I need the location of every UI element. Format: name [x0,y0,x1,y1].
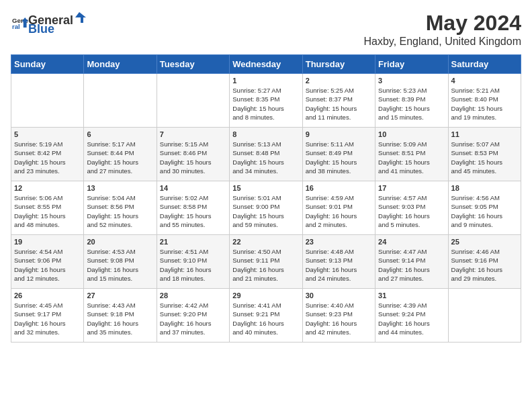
header: Gene ral General Blue May 2024 Haxby, En… [11,11,521,48]
calendar-cell: 4Sunrise: 5:21 AMSunset: 8:40 PMDaylight… [448,74,521,128]
month-title: May 2024 [363,11,521,36]
day-number: 9 [306,130,372,138]
calendar-cell [84,74,157,128]
calendar-cell: 6Sunrise: 5:17 AMSunset: 8:44 PMDaylight… [84,128,157,181]
day-number: 19 [14,238,81,246]
calendar-cell: 24Sunrise: 4:47 AMSunset: 9:14 PMDayligh… [375,235,448,289]
day-number: 6 [87,130,153,138]
day-info: Sunrise: 4:40 AMSunset: 9:23 PMDaylight:… [306,301,372,336]
weekday-header-saturday: Saturday [448,55,521,74]
day-info: Sunrise: 5:09 AMSunset: 8:51 PMDaylight:… [378,140,445,175]
location-title: Haxby, England, United Kingdom [363,36,521,48]
day-info: Sunrise: 4:56 AMSunset: 9:05 PMDaylight:… [451,193,518,229]
calendar-cell: 1Sunrise: 5:27 AMSunset: 8:35 PMDaylight… [230,74,302,128]
weekday-header-thursday: Thursday [302,55,375,74]
day-info: Sunrise: 4:47 AMSunset: 9:14 PMDaylight:… [378,247,445,283]
calendar-cell: 8Sunrise: 5:13 AMSunset: 8:48 PMDaylight… [230,128,302,181]
calendar-cell: 29Sunrise: 4:41 AMSunset: 9:21 PMDayligh… [230,289,302,342]
calendar-cell: 9Sunrise: 5:11 AMSunset: 8:49 PMDaylight… [302,128,375,181]
day-info: Sunrise: 4:46 AMSunset: 9:16 PMDaylight:… [451,247,518,283]
day-info: Sunrise: 5:15 AMSunset: 8:46 PMDaylight:… [160,140,226,175]
calendar-cell: 11Sunrise: 5:07 AMSunset: 8:53 PMDayligh… [448,128,521,181]
calendar-cell: 2Sunrise: 5:25 AMSunset: 8:37 PMDaylight… [302,74,375,128]
calendar-cell: 13Sunrise: 5:04 AMSunset: 8:56 PMDayligh… [84,181,157,235]
calendar-cell: 30Sunrise: 4:40 AMSunset: 9:23 PMDayligh… [302,289,375,342]
weekday-header-friday: Friday [375,55,448,74]
week-row-1: 1Sunrise: 5:27 AMSunset: 8:35 PMDaylight… [11,74,521,128]
day-info: Sunrise: 5:17 AMSunset: 8:44 PMDaylight:… [87,140,153,175]
calendar-cell: 27Sunrise: 4:43 AMSunset: 9:18 PMDayligh… [84,289,157,342]
day-info: Sunrise: 5:11 AMSunset: 8:49 PMDaylight:… [306,140,372,175]
calendar-cell: 19Sunrise: 4:54 AMSunset: 9:06 PMDayligh… [11,235,84,289]
week-row-5: 26Sunrise: 4:45 AMSunset: 9:17 PMDayligh… [11,289,521,342]
title-area: May 2024 Haxby, England, United Kingdom [363,11,521,48]
day-number: 5 [14,130,81,138]
calendar-cell: 12Sunrise: 5:06 AMSunset: 8:55 PMDayligh… [11,181,84,235]
logo-icon: Gene ral [12,15,28,32]
day-number: 13 [87,184,153,192]
day-info: Sunrise: 4:50 AMSunset: 9:11 PMDaylight:… [232,247,299,283]
week-row-3: 12Sunrise: 5:06 AMSunset: 8:55 PMDayligh… [11,181,521,235]
day-number: 29 [232,291,299,300]
week-row-2: 5Sunrise: 5:19 AMSunset: 8:42 PMDaylight… [11,128,521,181]
day-info: Sunrise: 5:01 AMSunset: 9:00 PMDaylight:… [232,193,299,229]
day-number: 17 [378,184,445,192]
calendar-cell: 23Sunrise: 4:48 AMSunset: 9:13 PMDayligh… [302,235,375,289]
weekday-header-row: SundayMondayTuesdayWednesdayThursdayFrid… [11,55,521,74]
day-info: Sunrise: 5:07 AMSunset: 8:53 PMDaylight:… [451,140,518,175]
day-number: 20 [87,238,153,246]
calendar-cell: 14Sunrise: 5:02 AMSunset: 8:58 PMDayligh… [157,181,229,235]
weekday-header-sunday: Sunday [11,55,84,74]
day-info: Sunrise: 5:21 AMSunset: 8:40 PMDaylight:… [451,86,518,122]
day-number: 22 [232,238,299,246]
day-number: 12 [14,184,81,192]
day-info: Sunrise: 4:59 AMSunset: 9:01 PMDaylight:… [306,193,372,229]
logo-arrow-icon [74,11,87,24]
day-info: Sunrise: 5:25 AMSunset: 8:37 PMDaylight:… [306,86,372,122]
calendar-cell [11,74,84,128]
calendar-cell [157,74,229,128]
calendar-cell: 31Sunrise: 4:39 AMSunset: 9:24 PMDayligh… [375,289,448,342]
day-info: Sunrise: 4:57 AMSunset: 9:03 PMDaylight:… [378,193,445,229]
calendar-cell: 17Sunrise: 4:57 AMSunset: 9:03 PMDayligh… [375,181,448,235]
calendar-cell: 15Sunrise: 5:01 AMSunset: 9:00 PMDayligh… [230,181,302,235]
calendar-cell: 26Sunrise: 4:45 AMSunset: 9:17 PMDayligh… [11,289,84,342]
day-number: 27 [87,291,153,300]
day-number: 11 [451,130,518,138]
day-info: Sunrise: 4:54 AMSunset: 9:06 PMDaylight:… [14,247,81,283]
day-info: Sunrise: 5:19 AMSunset: 8:42 PMDaylight:… [14,140,81,175]
day-number: 3 [378,77,445,85]
day-info: Sunrise: 5:06 AMSunset: 8:55 PMDaylight:… [14,193,81,229]
calendar-cell: 25Sunrise: 4:46 AMSunset: 9:16 PMDayligh… [448,235,521,289]
day-number: 15 [232,184,299,192]
logo: Gene ral General Blue [11,11,88,36]
day-info: Sunrise: 4:48 AMSunset: 9:13 PMDaylight:… [306,247,372,283]
day-info: Sunrise: 4:41 AMSunset: 9:21 PMDaylight:… [232,301,299,336]
calendar-cell: 21Sunrise: 4:51 AMSunset: 9:10 PMDayligh… [157,235,229,289]
day-number: 4 [451,77,518,85]
day-info: Sunrise: 4:39 AMSunset: 9:24 PMDaylight:… [378,301,445,336]
day-info: Sunrise: 5:02 AMSunset: 8:58 PMDaylight:… [160,193,226,229]
calendar-cell: 22Sunrise: 4:50 AMSunset: 9:11 PMDayligh… [230,235,302,289]
day-info: Sunrise: 4:53 AMSunset: 9:08 PMDaylight:… [87,247,153,283]
day-number: 2 [306,77,372,85]
day-info: Sunrise: 4:45 AMSunset: 9:17 PMDaylight:… [14,301,81,336]
calendar-cell: 18Sunrise: 4:56 AMSunset: 9:05 PMDayligh… [448,181,521,235]
day-info: Sunrise: 4:43 AMSunset: 9:18 PMDaylight:… [87,301,153,336]
day-number: 23 [306,238,372,246]
day-info: Sunrise: 5:27 AMSunset: 8:35 PMDaylight:… [232,86,299,122]
weekday-header-tuesday: Tuesday [157,55,229,74]
day-info: Sunrise: 5:04 AMSunset: 8:56 PMDaylight:… [87,193,153,229]
day-info: Sunrise: 4:51 AMSunset: 9:10 PMDaylight:… [160,247,226,283]
day-number: 16 [306,184,372,192]
day-number: 26 [14,291,81,300]
calendar-cell: 5Sunrise: 5:19 AMSunset: 8:42 PMDaylight… [11,128,84,181]
day-number: 18 [451,184,518,192]
day-number: 7 [160,130,226,138]
calendar-cell: 10Sunrise: 5:09 AMSunset: 8:51 PMDayligh… [375,128,448,181]
calendar-cell: 7Sunrise: 5:15 AMSunset: 8:46 PMDaylight… [157,128,229,181]
calendar-cell [448,289,521,342]
svg-marker-3 [75,12,86,23]
day-number: 8 [232,130,299,138]
day-info: Sunrise: 5:13 AMSunset: 8:48 PMDaylight:… [232,140,299,175]
